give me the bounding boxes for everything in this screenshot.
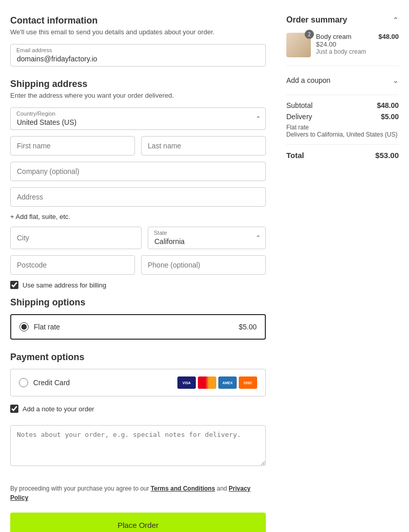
contact-subtitle: We'll use this email to send you details… bbox=[10, 28, 266, 36]
coupon-row[interactable]: Add a coupon ⌄ bbox=[286, 72, 399, 88]
delivery-row: Delivery $5.00 bbox=[286, 113, 399, 121]
name-row bbox=[10, 136, 266, 156]
phone-field[interactable] bbox=[141, 255, 266, 275]
item-total-price: $48.00 bbox=[378, 33, 399, 40]
delivery-value: $5.00 bbox=[381, 113, 399, 121]
shipping-options-section: Shipping options Flat rate $5.00 bbox=[10, 297, 266, 340]
order-summary-title: Order summary bbox=[286, 15, 347, 25]
amex-icon: AMEX bbox=[218, 376, 237, 389]
delivery-note: Flat rate Delivers to California, United… bbox=[286, 124, 399, 138]
contact-section: Contact information We'll use this email… bbox=[10, 15, 266, 66]
shipping-address-title: Shipping address bbox=[10, 79, 266, 90]
address-field[interactable] bbox=[10, 187, 266, 207]
company-field[interactable] bbox=[10, 162, 266, 181]
shipping-options-title: Shipping options bbox=[10, 297, 266, 308]
add-suite-link[interactable]: + Add flat, suite, etc. bbox=[10, 213, 266, 220]
notes-checkbox[interactable] bbox=[10, 405, 18, 413]
legal-text: By proceeding with your purchase you agr… bbox=[10, 484, 266, 502]
item-description: Just a body cream bbox=[316, 48, 373, 55]
payment-option-credit-card[interactable]: Credit Card VISA AMEX DISC bbox=[10, 369, 266, 396]
left-column: Contact information We'll use this email… bbox=[10, 15, 266, 532]
city-field[interactable] bbox=[10, 227, 142, 249]
coupon-chevron-icon: ⌄ bbox=[393, 76, 399, 84]
city-state-row: State California ⌃ bbox=[10, 227, 266, 249]
payment-option-left: Credit Card bbox=[19, 378, 70, 387]
shipping-address-subtitle: Enter the address where you want your or… bbox=[10, 92, 266, 99]
state-wrapper: State California ⌃ bbox=[148, 227, 266, 249]
flat-rate-label: Flat rate bbox=[34, 323, 60, 331]
item-quantity-badge: 2 bbox=[305, 30, 314, 39]
total-value: $53.00 bbox=[375, 151, 399, 160]
address-wrapper bbox=[10, 187, 266, 207]
state-label: State bbox=[154, 230, 167, 236]
billing-checkbox-label: Use same address for billing bbox=[22, 281, 106, 289]
first-name-field[interactable] bbox=[10, 136, 135, 156]
discover-icon: DISC bbox=[239, 376, 257, 389]
mastercard-icon bbox=[198, 376, 216, 389]
divider-2 bbox=[286, 95, 399, 95]
billing-checkbox[interactable] bbox=[10, 281, 18, 289]
billing-checkbox-row: Use same address for billing bbox=[10, 281, 266, 289]
total-label: Total bbox=[286, 151, 304, 160]
divider-1 bbox=[286, 65, 399, 66]
email-label: Email address bbox=[16, 47, 52, 53]
country-label: Country/Region bbox=[16, 110, 55, 117]
order-summary-header: Order summary ⌃ bbox=[286, 15, 399, 25]
order-summary-chevron-icon[interactable]: ⌃ bbox=[393, 16, 399, 24]
item-name: Body cream bbox=[316, 33, 373, 40]
notes-textarea[interactable] bbox=[10, 425, 266, 466]
item-image-wrapper: 2 bbox=[286, 33, 311, 57]
shipping-option-left: Flat rate bbox=[19, 322, 60, 331]
order-summary: Order summary ⌃ 2 Body cream $24.00 Just… bbox=[286, 15, 399, 160]
credit-card-label: Credit Card bbox=[33, 379, 70, 387]
terms-link[interactable]: Terms and Conditions bbox=[151, 485, 215, 492]
subtotal-value: $48.00 bbox=[377, 101, 399, 109]
delivery-label: Delivery bbox=[286, 113, 312, 121]
payment-options-section: Payment options Credit Card VISA AMEX DI… bbox=[10, 352, 266, 396]
coupon-label: Add a coupon bbox=[286, 76, 330, 84]
shipping-address-section: Shipping address Enter the address where… bbox=[10, 79, 266, 289]
right-column: Order summary ⌃ 2 Body cream $24.00 Just… bbox=[286, 15, 399, 532]
subtotal-label: Subtotal bbox=[286, 101, 312, 109]
place-order-button[interactable]: Place Order bbox=[10, 513, 266, 532]
legal-before: By proceeding with your purchase you agr… bbox=[10, 485, 151, 492]
order-item: 2 Body cream $24.00 Just a body cream $4… bbox=[286, 33, 399, 57]
notes-section: Add a note to your order bbox=[10, 405, 266, 468]
credit-card-radio[interactable] bbox=[19, 378, 28, 387]
flat-rate-radio[interactable] bbox=[19, 322, 29, 331]
divider-3 bbox=[286, 144, 399, 145]
subtotal-row: Subtotal $48.00 bbox=[286, 101, 399, 109]
item-unit-price: $24.00 bbox=[316, 40, 373, 48]
notes-checkbox-row: Add a note to your order bbox=[10, 405, 266, 413]
contact-title: Contact information bbox=[10, 15, 266, 26]
country-wrapper: Country/Region United States (US) ⌃ bbox=[10, 107, 266, 130]
legal-middle: and bbox=[215, 485, 229, 492]
notes-checkbox-label: Add a note to your order bbox=[22, 405, 94, 413]
email-wrapper: Email address bbox=[10, 44, 266, 66]
postcode-field[interactable] bbox=[10, 255, 135, 275]
shipping-option-flat-rate[interactable]: Flat rate $5.00 bbox=[10, 314, 266, 340]
postcode-phone-row bbox=[10, 255, 266, 275]
company-wrapper bbox=[10, 162, 266, 181]
delivery-destination: Delivers to California, United States (U… bbox=[286, 131, 399, 138]
payment-options-title: Payment options bbox=[10, 352, 266, 363]
visa-icon: VISA bbox=[177, 376, 196, 389]
item-details: Body cream $24.00 Just a body cream bbox=[316, 33, 373, 55]
flat-rate-price: $5.00 bbox=[239, 323, 257, 331]
total-row: Total $53.00 bbox=[286, 151, 399, 160]
last-name-field[interactable] bbox=[141, 136, 266, 156]
delivery-rate-note: Flat rate bbox=[286, 124, 399, 131]
payment-card-icons: VISA AMEX DISC bbox=[177, 376, 257, 389]
